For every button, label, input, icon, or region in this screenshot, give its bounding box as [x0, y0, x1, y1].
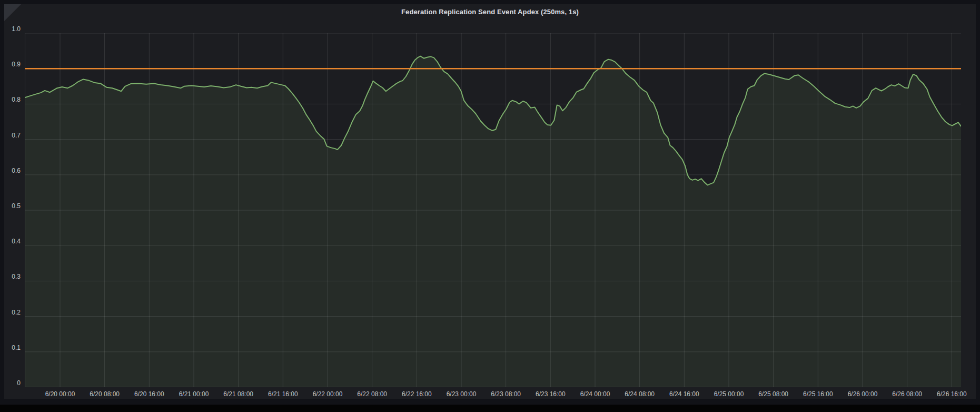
y-tick-label: 0.3 — [4, 273, 21, 280]
chart-panel: i Federation Replication Send Event Apde… — [4, 4, 976, 399]
x-tick-label: 6/20 00:00 — [36, 390, 84, 398]
x-tick-label: 6/22 00:00 — [303, 390, 352, 398]
y-tick-label: 0.2 — [4, 309, 21, 316]
x-tick-label: 6/22 16:00 — [392, 390, 441, 398]
y-tick-label: 0.6 — [4, 167, 21, 174]
x-tick-label: 6/25 16:00 — [794, 390, 842, 398]
x-tick-label: 6/24 08:00 — [616, 390, 664, 398]
x-tick-label: 6/24 16:00 — [660, 390, 708, 398]
panel-title: Federation Replication Send Event Apdex … — [4, 8, 976, 16]
y-tick-label: 0.1 — [4, 344, 21, 351]
x-tick-label: 6/26 08:00 — [883, 390, 932, 398]
x-tick-label: 6/25 08:00 — [749, 390, 798, 398]
y-tick-label: 0.8 — [4, 96, 21, 103]
y-tick-label: 1.0 — [4, 25, 21, 33]
x-tick-label: 6/26 16:00 — [927, 390, 976, 398]
x-tick-label: 6/20 08:00 — [81, 390, 129, 398]
x-tick-label: 6/23 08:00 — [482, 390, 530, 398]
series-area-fill — [25, 56, 961, 387]
panel-header[interactable]: Federation Replication Send Event Apdex … — [4, 4, 976, 20]
grafana-dashboard: i Federation Replication Send Event Apde… — [0, 0, 980, 412]
x-tick-label: 6/25 00:00 — [705, 390, 753, 398]
x-tick-label: 6/26 00:00 — [838, 390, 887, 398]
y-tick-label: 0.7 — [4, 132, 21, 139]
x-tick-label: 6/20 16:00 — [125, 390, 173, 398]
y-tick-label: 0.4 — [4, 238, 21, 245]
x-tick-label: 6/24 00:00 — [571, 390, 619, 398]
y-tick-label: 0 — [4, 379, 21, 387]
x-tick-label: 6/23 00:00 — [437, 390, 486, 398]
x-tick-label: 6/21 00:00 — [170, 390, 218, 398]
apdex-timeseries-chart[interactable] — [25, 33, 961, 387]
bottom-bar — [0, 405, 980, 412]
y-tick-label: 0.5 — [4, 202, 21, 210]
x-tick-label: 6/21 08:00 — [214, 390, 263, 398]
x-tick-label: 6/23 16:00 — [526, 390, 575, 398]
x-tick-label: 6/21 16:00 — [259, 390, 307, 398]
y-tick-label: 0.9 — [4, 61, 21, 68]
x-tick-label: 6/22 08:00 — [348, 390, 397, 398]
